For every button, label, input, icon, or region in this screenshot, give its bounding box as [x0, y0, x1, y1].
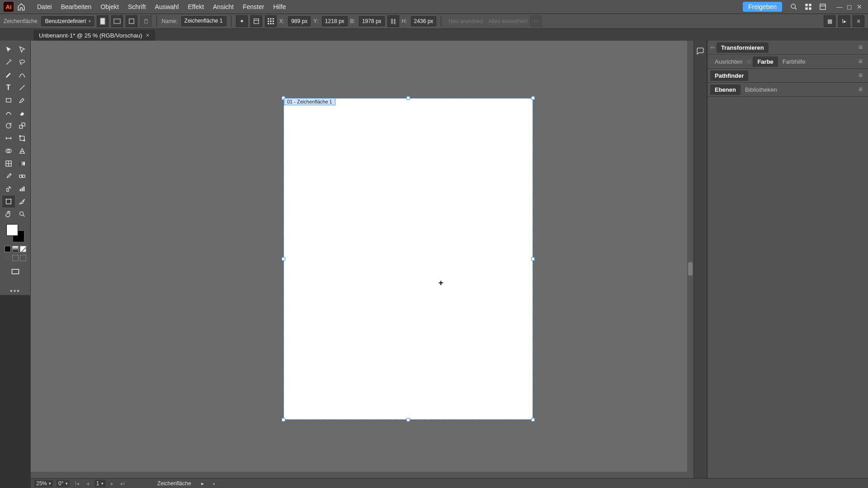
- share-button[interactable]: Freigeben: [743, 2, 782, 12]
- orientation-landscape-button[interactable]: [111, 15, 123, 27]
- tab-farbe[interactable]: Farbe: [753, 56, 778, 67]
- perspective-tool[interactable]: [16, 145, 28, 157]
- draw-mode-button[interactable]: [9, 266, 22, 277]
- menu-schrift[interactable]: Schrift: [128, 3, 146, 10]
- anchor-icon[interactable]: ◇: [747, 58, 751, 65]
- slice-tool[interactable]: [16, 196, 28, 207]
- x-input[interactable]: 989 px: [288, 16, 311, 26]
- document-tab[interactable]: Unbenannt-1* @ 25 % (RGB/Vorschau) ×: [33, 30, 155, 41]
- arrange-grid-icon[interactable]: [803, 1, 814, 12]
- first-artboard-button[interactable]: I◂: [73, 480, 81, 487]
- artboard-number-dropdown[interactable]: 1: [94, 480, 105, 487]
- h-input[interactable]: 2436 px: [411, 16, 437, 26]
- panel-menu-icon[interactable]: ≡: [856, 85, 865, 94]
- pen-tool[interactable]: [2, 69, 15, 81]
- home-button[interactable]: [16, 2, 26, 12]
- vertical-scroll-thumb[interactable]: [688, 262, 693, 276]
- screen-mode-row[interactable]: [5, 255, 26, 261]
- tab-ebenen[interactable]: Ebenen: [710, 84, 741, 95]
- menu-datei[interactable]: Datei: [37, 3, 52, 10]
- shaper-tool[interactable]: [2, 107, 15, 119]
- link-wh-button[interactable]: ⛓: [387, 15, 399, 27]
- graph-tool[interactable]: [16, 183, 28, 195]
- w-input[interactable]: 1978 px: [359, 16, 385, 26]
- comments-icon[interactable]: [694, 45, 706, 57]
- fill-stroke-swatch[interactable]: [6, 224, 24, 242]
- handle-sw[interactable]: [282, 418, 285, 422]
- move-with-artboard-button[interactable]: ✦: [236, 15, 248, 27]
- menu-effekt[interactable]: Effekt: [188, 3, 204, 10]
- maximize-button[interactable]: ◻: [844, 2, 854, 12]
- menu-icon[interactable]: ≡: [853, 15, 864, 27]
- type-tool[interactable]: T: [2, 82, 15, 94]
- arrange-window-icon[interactable]: [817, 1, 828, 12]
- menu-hilfe[interactable]: Hilfe: [273, 3, 286, 10]
- delete-artboard-button[interactable]: [140, 15, 152, 27]
- hand-tool[interactable]: [2, 208, 15, 220]
- scale-tool[interactable]: [16, 120, 28, 131]
- handle-w[interactable]: [282, 257, 285, 261]
- free-transform-tool[interactable]: [16, 132, 28, 144]
- direct-selection-tool[interactable]: [16, 44, 28, 56]
- edit-toolbar-button[interactable]: •••: [10, 287, 20, 295]
- next-artboard-button[interactable]: ▸: [109, 480, 115, 487]
- lasso-tool[interactable]: [16, 56, 28, 68]
- eraser-tool[interactable]: [16, 107, 28, 119]
- anchor-icon[interactable]: ⇔: [710, 44, 715, 51]
- panel-menu-icon[interactable]: ≡: [856, 71, 865, 80]
- menu-ansicht[interactable]: Ansicht: [213, 3, 234, 10]
- search-icon[interactable]: [788, 1, 799, 12]
- reference-point-button[interactable]: [265, 15, 277, 27]
- artboard-options-button[interactable]: [250, 15, 262, 27]
- orientation-portrait-button[interactable]: [97, 15, 108, 27]
- doc-setup-button[interactable]: ▦: [824, 15, 835, 27]
- rotate-dropdown[interactable]: 0°: [57, 480, 69, 487]
- artboard-name-input[interactable]: Zeichenfläche 1: [181, 16, 226, 26]
- handle-e[interactable]: [531, 257, 535, 261]
- y-input[interactable]: 1218 px: [322, 16, 348, 26]
- new-artboard-button[interactable]: [126, 15, 137, 27]
- canvas-stage[interactable]: 01 - Zeichenfläche 1 +: [31, 41, 693, 478]
- horizontal-scrollbar[interactable]: [31, 472, 693, 478]
- last-artboard-button[interactable]: ▸I: [119, 480, 127, 487]
- mesh-tool[interactable]: [2, 158, 15, 169]
- handle-n[interactable]: [406, 96, 410, 100]
- artboard-tool[interactable]: [2, 196, 15, 207]
- tab-transformieren[interactable]: Transformieren: [717, 42, 769, 53]
- rectangle-tool[interactable]: [2, 94, 15, 106]
- preset-dropdown[interactable]: Benutzerdefiniert: [41, 16, 94, 26]
- selection-tool[interactable]: [2, 44, 15, 56]
- status-scroll-left[interactable]: ◂: [210, 480, 217, 487]
- menu-bearbeiten[interactable]: Bearbeiten: [61, 3, 92, 10]
- close-button[interactable]: ✕: [854, 2, 864, 12]
- tab-pathfinder[interactable]: Pathfinder: [710, 70, 748, 81]
- tab-close-icon[interactable]: ×: [146, 32, 150, 39]
- panel-menu-icon[interactable]: ≡: [856, 57, 865, 66]
- handle-se[interactable]: [531, 418, 535, 422]
- panel-menu-icon[interactable]: ≡: [856, 43, 865, 52]
- handle-s[interactable]: [406, 418, 410, 422]
- width-tool[interactable]: [2, 132, 15, 144]
- line-tool[interactable]: [16, 82, 28, 94]
- zoom-dropdown[interactable]: 25%: [34, 480, 53, 487]
- artboard-label[interactable]: 01 - Zeichenfläche 1: [284, 98, 335, 105]
- symbol-sprayer-tool[interactable]: [2, 183, 15, 195]
- shape-builder-tool[interactable]: [2, 145, 15, 157]
- zoom-tool[interactable]: [16, 208, 28, 220]
- vertical-scrollbar[interactable]: [687, 41, 693, 472]
- curvature-tool[interactable]: [16, 69, 28, 81]
- handle-ne[interactable]: [531, 96, 535, 100]
- artboard[interactable]: [284, 99, 533, 419]
- minimize-button[interactable]: —: [835, 2, 844, 12]
- menu-fenster[interactable]: Fenster: [243, 3, 264, 10]
- gradient-tool[interactable]: [16, 158, 28, 169]
- tab-bibliotheken[interactable]: Bibliotheken: [741, 84, 782, 95]
- menu-auswahl[interactable]: Auswahl: [155, 3, 179, 10]
- prev-artboard-button[interactable]: ◂: [85, 480, 91, 487]
- eyedropper-tool[interactable]: [2, 170, 15, 182]
- paintbrush-tool[interactable]: [16, 94, 28, 106]
- menu-objekt[interactable]: Objekt: [100, 3, 118, 10]
- rotate-tool[interactable]: [2, 120, 15, 131]
- blend-tool[interactable]: [16, 170, 28, 182]
- status-play-icon[interactable]: ▸: [201, 480, 204, 487]
